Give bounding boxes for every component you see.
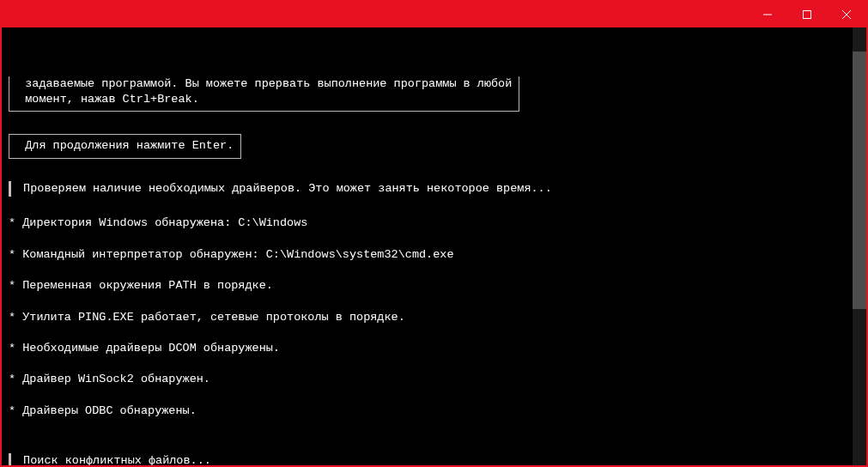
scrollbar-thumb[interactable] [853, 52, 866, 309]
maximize-icon [803, 10, 811, 19]
titlebar [2, 2, 866, 27]
terminal-content: задаваемые программой. Вы можете прерват… [9, 60, 859, 465]
minimize-button[interactable] [748, 2, 787, 27]
check-line: * Драйвер WinSock2 обнаружен. [9, 372, 844, 387]
minimize-icon [763, 10, 772, 19]
close-button[interactable] [827, 2, 866, 27]
scrollbar[interactable] [853, 27, 866, 465]
intro-box: задаваемые программой. Вы можете прерват… [9, 76, 519, 112]
window-controls [748, 2, 866, 27]
terminal[interactable]: задаваемые программой. Вы можете прерват… [2, 27, 866, 465]
check-line: * Утилита PING.EXE работает, сетевые про… [9, 310, 844, 325]
conflict-search: Поиск конфликтных файлов... [9, 453, 844, 465]
check-line: * Необходимые драйверы DCOM обнаружены. [9, 341, 844, 356]
check-line: * Командный интерпретатор обнаружен: C:\… [9, 247, 844, 263]
check-line: * Директория Windows обнаружена: C:\Wind… [9, 215, 844, 231]
close-icon [842, 10, 851, 19]
check-line: * Драйверы ODBC обнаружены. [9, 403, 844, 419]
check-line: * Переменная окружения PATH в порядке. [9, 278, 844, 294]
svg-rect-1 [804, 11, 811, 19]
check-header: Проверяем наличие необходимых драйверов.… [9, 181, 844, 197]
continue-box: Для продолжения нажмите Enter. [9, 134, 241, 158]
maximize-button[interactable] [787, 2, 827, 27]
